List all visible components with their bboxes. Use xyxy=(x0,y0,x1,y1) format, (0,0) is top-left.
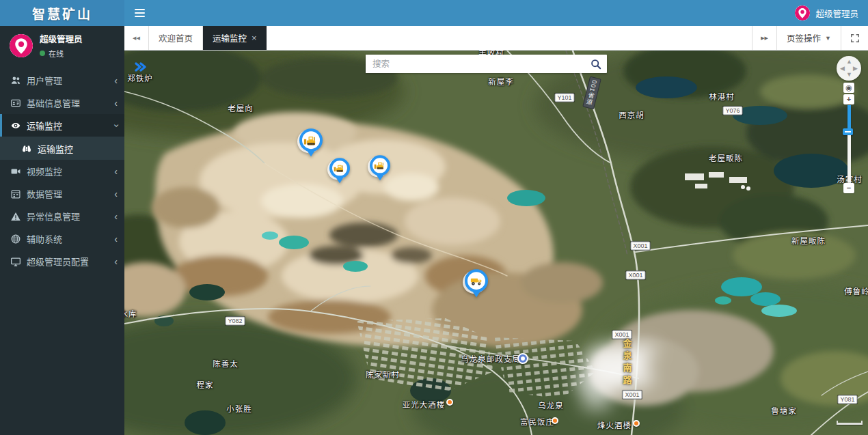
pan-right-icon[interactable]: ▶ xyxy=(853,66,858,72)
sidebar-item-video-monitor[interactable]: 视频监控 ‹ xyxy=(0,160,124,182)
user-name: 超级管理员 xyxy=(40,32,83,45)
hamburger-icon[interactable] xyxy=(124,0,154,26)
map-place-label: 老屋向 xyxy=(228,102,254,113)
tab-bar: ◀◀ 欢迎首页运输监控× ▶▶ 页签操作 ▼ xyxy=(124,26,868,51)
sidebar-item-exception-info[interactable]: 异常信息管理 ‹ xyxy=(0,205,124,227)
sidebar-item-label: 用户管理 xyxy=(27,74,108,87)
chevron-down-icon: ‹ xyxy=(111,124,121,127)
road-badge: X001 xyxy=(622,391,642,399)
fullscreen-button[interactable] xyxy=(841,26,868,50)
road-badge: Y076 xyxy=(722,107,742,115)
map-place-label: 新屋李 xyxy=(488,76,514,87)
zoom-out-button[interactable]: − xyxy=(843,183,854,193)
road-badge: Y081 xyxy=(837,395,857,404)
bulldozer-icon xyxy=(303,135,318,146)
vehicle-marker-truck[interactable] xyxy=(465,269,488,301)
zoom-in-button[interactable]: + xyxy=(843,94,854,104)
sidebar-item-label: 基础信息管理 xyxy=(27,96,108,109)
map-place-label: 富民饭庄 xyxy=(520,416,554,427)
app-logo-text: 智慧矿山 xyxy=(32,4,92,23)
map-place-label: 程家 xyxy=(197,379,214,390)
poi-dot xyxy=(552,417,558,424)
sidebar-item-admin-config[interactable]: 超级管理员配置 ‹ xyxy=(0,250,124,272)
sidebar-item-transport-monitor[interactable]: 运输监控 ‹ xyxy=(0,114,124,137)
poi-dot xyxy=(633,420,640,427)
search-button[interactable] xyxy=(585,55,607,73)
map-place-label: 陈善太 xyxy=(213,358,239,369)
map-place-label: 亚光大酒楼 xyxy=(403,399,446,410)
sidebar-item-label: 异常信息管理 xyxy=(27,210,108,223)
road-name-vertical: 金泉南路 xyxy=(621,339,634,388)
road-badge: Y101 xyxy=(554,94,574,102)
warning-icon xyxy=(11,212,21,221)
map-canvas[interactable]: ▲ ▼ ◀ ▶ ◉ + − 丰收村郑铁炉老屋向新屋李Y101001省道西京胡林港… xyxy=(124,51,868,435)
pan-left-icon[interactable]: ◀ xyxy=(840,66,845,72)
user-status: 在线 xyxy=(49,48,64,59)
chevron-left-icon: ‹ xyxy=(114,257,118,266)
bulldozer-icon xyxy=(334,164,346,173)
tab-operations-label: 页签操作 xyxy=(787,31,821,44)
map-place-label: 林港村 xyxy=(709,91,735,102)
close-icon[interactable]: × xyxy=(252,33,257,42)
map-scale-bar xyxy=(837,421,863,425)
app-window: 智慧矿山 超级管理员 在线 用户管理 ‹ 基础信息管理 ‹ 运输监控 ‹ 运输监… xyxy=(0,0,868,435)
vehicle-marker-bulldozer[interactable] xyxy=(370,155,390,184)
desktop-icon xyxy=(11,257,21,266)
vehicle-marker-bulldozer[interactable] xyxy=(299,128,323,160)
online-status-dot xyxy=(40,51,45,56)
tab-运输监控[interactable]: 运输监控× xyxy=(203,26,267,50)
submenu: 运输监控 xyxy=(0,137,124,160)
map-pan-control[interactable]: ▲ ▼ ◀ ▶ xyxy=(837,56,861,81)
map-search xyxy=(366,55,607,73)
chevron-left-icon: ‹ xyxy=(114,212,118,221)
road-badge: X001 xyxy=(630,242,650,251)
chevron-left-icon: ‹ xyxy=(114,234,118,244)
sidebar-item-label: 运输监控 xyxy=(27,119,108,132)
map-place-label: 乌龙泉邮政支局 xyxy=(461,353,521,364)
map-place-label: 水库 xyxy=(124,308,137,319)
map-place-label: 乌龙泉 xyxy=(538,399,564,410)
sidebar-item-data-manage[interactable]: 数据管理 ‹ xyxy=(0,182,124,205)
scroll-tabs-left-button[interactable]: ◀◀ xyxy=(124,26,149,50)
pan-up-icon[interactable]: ▲ xyxy=(846,59,852,65)
map-place-label: 新屋畈陈 xyxy=(791,235,826,246)
zoom-slider-track-upper[interactable] xyxy=(847,105,851,128)
road-badge: X001 xyxy=(612,331,632,339)
expand-icon xyxy=(850,33,860,43)
data-icon xyxy=(11,189,21,199)
vehicle-marker-bulldozer[interactable] xyxy=(329,158,350,187)
eye-icon xyxy=(11,121,21,130)
avatar-pin-icon xyxy=(10,34,33,57)
map-place-label: 烽火酒楼 xyxy=(597,419,632,430)
truck-icon xyxy=(469,275,484,287)
search-input[interactable] xyxy=(366,55,585,73)
header-user-menu[interactable]: 超级管理员 xyxy=(795,5,858,20)
sidebar-item-auxiliary[interactable]: 辅助系统 ‹ xyxy=(0,227,124,250)
sidebar-item-base-info[interactable]: 基础信息管理 ‹ xyxy=(0,92,124,114)
bulldozer-icon xyxy=(374,161,386,171)
tab-欢迎首页[interactable]: 欢迎首页 xyxy=(149,26,203,50)
zoom-slider-handle[interactable] xyxy=(843,128,853,135)
header-avatar-pin-icon xyxy=(795,5,810,20)
sidebar-item-transport-monitor-sub[interactable]: 运输监控 xyxy=(0,137,124,160)
zoom-slider-track-lower[interactable] xyxy=(847,135,851,183)
map-place-label: 老屋畈陈 xyxy=(709,152,743,163)
post-office-poi-icon xyxy=(517,353,528,364)
map-place-label: 鲁塘家 xyxy=(771,405,797,416)
sidebar-item-users[interactable]: 用户管理 ‹ xyxy=(0,69,124,92)
pan-down-icon[interactable]: ▼ xyxy=(846,72,852,78)
map-locate-button[interactable]: ◉ xyxy=(843,83,854,93)
binoculars-icon xyxy=(22,143,31,153)
search-icon xyxy=(591,59,601,70)
user-panel: 超级管理员 在线 xyxy=(0,26,124,64)
header-username: 超级管理员 xyxy=(815,7,858,20)
scroll-tabs-right-button[interactable]: ▶▶ xyxy=(752,26,776,50)
sidebar-item-label: 超级管理员配置 xyxy=(27,255,108,268)
tab-label: 运输监控 xyxy=(213,31,247,44)
chevron-left-icon: ‹ xyxy=(114,189,118,199)
video-icon xyxy=(11,167,21,176)
app-logo[interactable]: 智慧矿山 xyxy=(0,0,124,26)
sidebar-menu: 用户管理 ‹ 基础信息管理 ‹ 运输监控 ‹ 运输监控 视频监控 ‹ 数据管理 … xyxy=(0,69,124,272)
tab-operations-dropdown[interactable]: 页签操作 ▼ xyxy=(776,26,841,50)
globe-icon xyxy=(11,234,21,244)
